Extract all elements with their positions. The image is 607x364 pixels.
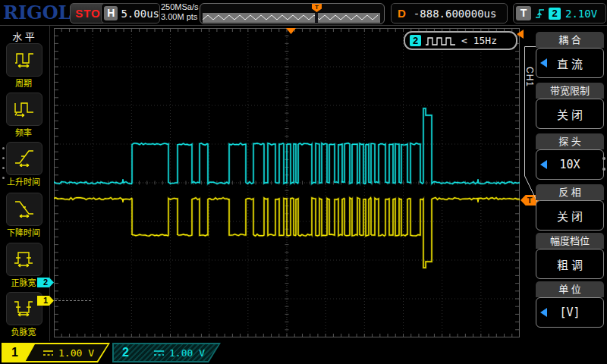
menu-group-invert: 反 相关 闭 <box>536 184 604 231</box>
sample-rate: 250MSa/s <box>161 2 199 12</box>
option-arrow-icon <box>540 58 547 67</box>
left-scroll-dot <box>2 177 5 179</box>
freq-counter-value: < 15Hz <box>461 35 497 46</box>
menu-page-dot <box>602 157 605 160</box>
menu-group-coupling: 耦 合直 流 <box>536 32 604 78</box>
menu-group-volts-adjust-mode: 幅度档位粗 调 <box>536 233 604 279</box>
measure-button-period[interactable] <box>6 43 42 77</box>
menu-button-unit[interactable]: [V] <box>536 297 604 328</box>
measure-label-frequency: 频率 <box>0 126 47 138</box>
left-scroll-dot <box>2 157 5 159</box>
menu-title-volts-adjust-mode: 幅度档位 <box>536 233 604 249</box>
menu-value-coupling: 直 流 <box>557 55 583 71</box>
memory-waveform-preview <box>203 13 380 23</box>
channel-status-bar: 11.00 V21.00 V <box>0 341 607 364</box>
measure-label-negative-pulse-width: 负脉宽 <box>0 325 47 337</box>
horizontal-scale-value: 5.00us <box>121 8 159 20</box>
rising-edge-icon <box>535 7 545 20</box>
oscilloscope-screen: RIGOL STOP H 5.00us 250MSa/s 3.00M pts T… <box>0 0 607 364</box>
channel-scale-value: 1.00 V <box>58 347 94 359</box>
channel-2-status[interactable]: 21.00 V <box>112 343 221 362</box>
measure-button-negative-pulse-width[interactable] <box>6 292 42 325</box>
option-arrow-icon <box>540 160 547 169</box>
horizontal-scale-block[interactable]: H 5.00us <box>101 3 160 24</box>
ch1-zero-level-line <box>55 300 91 301</box>
menu-value-bandwidth-limit: 关 闭 <box>557 106 583 122</box>
menu-title-coupling: 耦 合 <box>536 32 604 48</box>
menu-button-bandwidth-limit[interactable]: 关 闭 <box>536 99 604 129</box>
square-wave-icon <box>425 36 457 46</box>
menu-page-arrow-icon[interactable] <box>517 30 524 39</box>
horizontal-label: H <box>104 6 118 20</box>
measure-label-period: 周期 <box>0 77 47 89</box>
negative-pulse-width-icon <box>13 297 36 320</box>
menu-value-volts-adjust-mode: 粗 调 <box>557 256 583 272</box>
menu-button-probe[interactable]: 10X <box>536 149 604 180</box>
delay-block[interactable]: D -888.600000us <box>391 3 508 24</box>
acquisition-info: 250MSa/s 3.00M pts <box>161 2 199 22</box>
freq-counter-channel-badge: 2 <box>410 35 421 46</box>
menu-button-invert[interactable]: 关 闭 <box>536 200 604 231</box>
dc-coupling-icon <box>153 347 165 359</box>
measure-button-positive-pulse-width[interactable] <box>6 243 42 276</box>
frequency-icon <box>13 98 36 121</box>
measure-button-fall-time[interactable] <box>6 193 42 226</box>
waveform-display[interactable] <box>54 28 520 337</box>
memory-trigger-position-marker[interactable]: T <box>312 4 322 12</box>
rigol-logo: RIGOL <box>3 2 71 24</box>
trigger-label: T <box>516 6 531 20</box>
top-status-bar: RIGOL STOP H 5.00us 250MSa/s 3.00M pts T… <box>0 0 607 26</box>
channel-menu-panel: 耦 合直 流带宽限制关 闭探 头10X反 相关 闭幅度档位粗 调单 位[V] <box>536 26 604 341</box>
menu-button-coupling[interactable]: 直 流 <box>536 48 604 78</box>
left-scroll-dot <box>2 147 5 149</box>
period-icon <box>13 49 36 71</box>
left-panel-title: 水 平 <box>0 29 47 43</box>
measure-button-frequency[interactable] <box>6 93 42 126</box>
menu-title-probe: 探 头 <box>536 133 604 149</box>
memory-depth: 3.00M pts <box>161 12 199 22</box>
trigger-level-value: 2.10V <box>565 8 597 20</box>
ch2-offset-marker[interactable]: 2 <box>37 278 54 287</box>
rise-time-icon <box>13 147 36 170</box>
fall-time-icon <box>13 198 36 221</box>
positive-pulse-width-icon <box>13 248 36 271</box>
menu-group-unit: 单 位[V] <box>536 281 604 328</box>
ch1-offset-marker[interactable]: 1 <box>37 296 54 306</box>
trigger-frequency-counter: 2 < 15Hz <box>404 31 517 50</box>
measure-label-fall-time: 下降时间 <box>0 226 47 238</box>
menu-value-unit: [V] <box>559 306 580 319</box>
measure-button-rise-time[interactable] <box>6 142 42 175</box>
channel-menu-tab-label: CH1 <box>524 67 535 87</box>
waveform-memory-bar[interactable]: T <box>200 3 385 24</box>
channel-1-status[interactable]: 11.00 V <box>2 343 110 362</box>
channel-number: 2 <box>122 346 129 359</box>
delay-value: -888.600000us <box>414 8 497 20</box>
channel-scale-value: 1.00 V <box>169 347 205 359</box>
menu-value-invert: 关 闭 <box>557 208 583 224</box>
menu-title-bandwidth-limit: 带宽限制 <box>536 83 604 99</box>
menu-value-probe: 10X <box>559 158 580 171</box>
menu-button-volts-adjust-mode[interactable]: 粗 调 <box>536 249 604 279</box>
option-arrow-icon <box>540 308 547 317</box>
channel-number: 1 <box>11 346 18 359</box>
menu-group-bandwidth-limit: 带宽限制关 闭 <box>536 83 604 129</box>
left-scroll-dot <box>2 167 5 169</box>
menu-page-dot <box>602 168 605 171</box>
horizontal-measure-panel: 水 平 周期频率上升时间下降时间正脉宽负脉宽 <box>0 26 50 341</box>
menu-title-invert: 反 相 <box>536 184 604 200</box>
dc-coupling-icon <box>42 347 54 359</box>
measure-label-rise-time: 上升时间 <box>0 175 47 187</box>
menu-group-probe: 探 头10X <box>536 133 604 180</box>
trigger-source-badge: 2 <box>549 8 561 20</box>
menu-title-unit: 单 位 <box>536 281 604 297</box>
trigger-block[interactable]: T 2 2.10V <box>513 3 606 24</box>
delay-label: D <box>398 7 406 20</box>
